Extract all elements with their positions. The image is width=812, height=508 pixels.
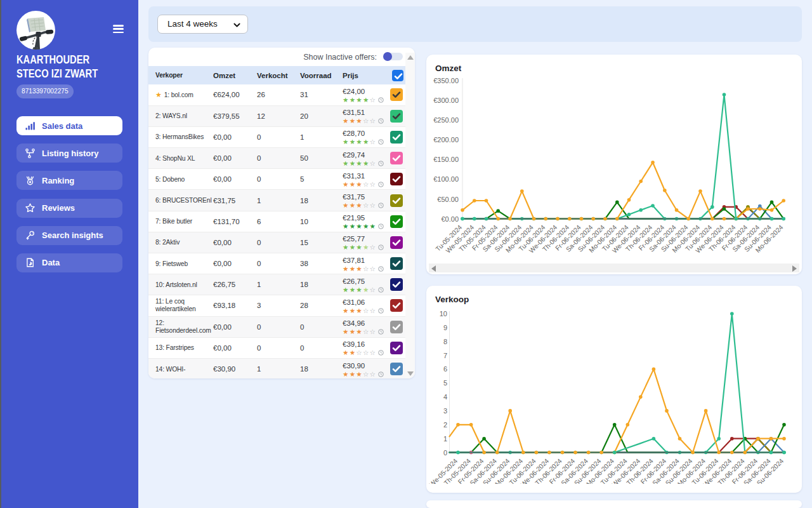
svg-text:6: 6 [443, 365, 447, 373]
svg-text:€0.00: €0.00 [441, 215, 459, 223]
svg-text:10: 10 [440, 310, 447, 318]
svg-text:2: 2 [443, 421, 447, 429]
svg-text:€100.00: €100.00 [433, 175, 459, 183]
svg-text:€200.00: €200.00 [433, 136, 459, 144]
svg-text:9: 9 [443, 324, 447, 331]
svg-text:€250.00: €250.00 [433, 116, 459, 124]
svg-text:1: 1 [443, 435, 447, 443]
svg-text:€50.00: €50.00 [437, 196, 459, 203]
svg-text:8: 8 [443, 338, 447, 345]
svg-text:€150.00: €150.00 [433, 156, 459, 163]
svg-text:7: 7 [443, 352, 447, 359]
svg-text:4: 4 [443, 393, 447, 401]
svg-text:5: 5 [443, 379, 447, 387]
svg-text:€300.00: €300.00 [433, 97, 459, 104]
svg-text:0: 0 [443, 449, 447, 457]
svg-text:€350.00: €350.00 [433, 77, 459, 84]
svg-text:3: 3 [443, 407, 447, 415]
